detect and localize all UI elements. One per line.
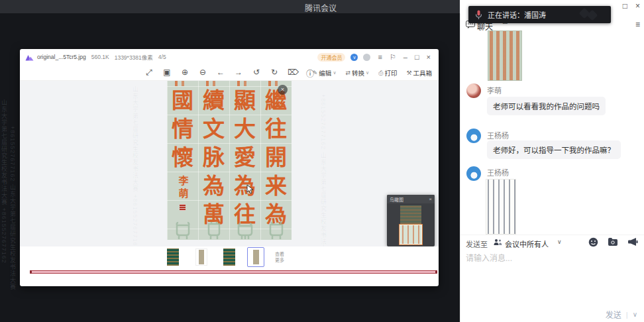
navigator-close-icon[interactable]: ×: [429, 196, 432, 202]
convert-menu[interactable]: ⇄ 转换 ∨: [346, 68, 370, 78]
bronze-vessel-icon: [235, 221, 255, 240]
vip-icon[interactable]: v: [350, 54, 358, 61]
file-size: 560.1K: [91, 54, 109, 60]
viewer-app-logo-icon: [25, 54, 34, 61]
send-divider: |: [626, 311, 628, 319]
filmstrip-thumbnail[interactable]: [167, 248, 179, 266]
calligraphy-char: 脉: [203, 143, 225, 172]
viewer-minimize-button[interactable]: –: [403, 53, 407, 61]
calligraphy-char: 為: [203, 172, 225, 200]
navigator-viewport[interactable]: [400, 225, 422, 244]
chat-menu-icon[interactable]: ≡: [635, 20, 640, 29]
calligraphy-char: 大: [234, 115, 256, 143]
send-options-icon[interactable]: ∨: [633, 311, 637, 318]
folder-icon[interactable]: [608, 237, 618, 246]
speaking-indicator-overlay: 正在讲话：潘国涛: [468, 6, 611, 23]
artist-seal: [180, 204, 186, 211]
avatar[interactable]: [466, 129, 481, 143]
chevron-down-icon[interactable]: ∨: [557, 239, 562, 245]
print-icon: ⎙: [378, 70, 383, 77]
app-title: 腾讯会议: [305, 2, 337, 13]
people-icon: [494, 239, 502, 246]
next-image-icon[interactable]: →: [234, 68, 243, 79]
maximize-button[interactable]: □: [623, 1, 627, 11]
send-to-bar: 发送至 会议中所有人 ∨: [460, 235, 644, 249]
file-name: original_...5Tcr5.jpg: [37, 54, 86, 60]
send-button[interactable]: 发送: [606, 309, 621, 320]
calligraphy-char: 國: [172, 86, 193, 115]
calligraphy-char: 懷: [172, 143, 193, 172]
calligraphy-columns: 國 情 懷 李萌 續 文 脉 為 萬: [167, 86, 292, 229]
rotate-right-icon[interactable]: ↻: [270, 68, 279, 79]
view-more-button[interactable]: 查看更多: [275, 251, 286, 263]
calligraphy-char: 往: [265, 115, 287, 143]
convert-label: 转换: [352, 68, 364, 78]
calligraphy-char: 續: [203, 86, 225, 115]
send-to-label: 发送至: [466, 239, 488, 249]
bronze-vessel-icon: [204, 221, 224, 240]
edit-icon: ✎: [313, 70, 318, 76]
chat-image-message-cropped[interactable]: [488, 30, 522, 81]
viewer-close-button[interactable]: ×: [427, 53, 431, 61]
bronze-vessel-icon: [266, 221, 286, 240]
filmstrip: 查看更多: [20, 246, 439, 268]
send-to-selector[interactable]: 会议中所有人: [505, 239, 549, 249]
sender-name: 王杨杨: [487, 167, 509, 178]
avatar[interactable]: [466, 166, 481, 181]
megaphone-icon[interactable]: [627, 237, 638, 246]
sender-name: 王杨杨: [487, 130, 509, 140]
microphone-icon: [475, 10, 482, 20]
navigator-title: 鸟瞰图: [390, 196, 403, 203]
mouse-cursor: [246, 184, 254, 195]
edit-menu[interactable]: ✎ 编辑 ∨: [313, 68, 337, 78]
print-menu[interactable]: ⎙ 打印: [378, 68, 397, 78]
zoom-out-icon[interactable]: ⊖: [198, 68, 207, 79]
fit-screen-icon[interactable]: ▣: [162, 68, 172, 79]
filmstrip-thumbnail[interactable]: [223, 248, 235, 266]
speaking-text: 正在讲话：潘国涛: [488, 9, 546, 20]
navigator-header[interactable]: 鸟瞰图 ×: [387, 195, 435, 203]
menu-icon[interactable]: ≡: [378, 53, 382, 61]
prev-image-icon[interactable]: ←: [216, 68, 225, 79]
message-input[interactable]: [464, 253, 637, 264]
chat-image-message[interactable]: [486, 179, 516, 235]
rotate-left-icon[interactable]: ↺: [252, 68, 261, 79]
convert-icon: ⇄: [346, 70, 351, 76]
calligraphy-column: 繼 往 開 来 為: [260, 86, 292, 229]
meeting-logo-icon: [580, 9, 599, 20]
delete-icon[interactable]: ⌦: [288, 68, 297, 79]
avatar[interactable]: [466, 83, 481, 98]
watermark-text: +8615527677162 山东大学第七届研究生校友书法大赛: [319, 94, 328, 240]
artist-signature: 李萌: [176, 176, 189, 201]
zoom-in-icon[interactable]: ⊕: [180, 68, 189, 79]
navigator-popup: 鸟瞰图 ×: [387, 195, 435, 246]
cropped-top-row: [167, 81, 292, 86]
calligraphy-char: 情: [172, 115, 193, 143]
filmstrip-thumbnail-selected[interactable]: [247, 247, 264, 267]
calligraphy-image[interactable]: 國 情 懷 李萌 續 文 脉 為 萬: [167, 81, 292, 240]
viewer-toolbar: ⤢ ▣ ⊕ ⊖ ← → ↺ ↻ ⌦ ⓘ ✎ 编辑 ∨: [20, 65, 439, 81]
screen-share-stage: 山东大学第七届研究生校友书法大赛 +8615527677162 +8615527…: [0, 13, 460, 322]
sender-name: 李萌: [487, 85, 502, 95]
bronze-vessel-icon: [173, 221, 193, 240]
pin-icon[interactable]: ⚐: [390, 53, 396, 62]
viewer-maximize-button[interactable]: □: [415, 53, 419, 61]
calligraphy-char: 文: [203, 115, 225, 143]
toolbox-menu[interactable]: ⚒ 工具箱: [406, 68, 432, 78]
tencent-meeting-window: 腾讯会议 □ × 山东大学第七届研究生校友书法大赛 +8615527677162…: [0, 0, 644, 322]
bronze-vessel-decorations: [167, 221, 292, 240]
chevron-down-icon: ∨: [366, 70, 369, 76]
member-badge[interactable]: 开通会员: [317, 53, 345, 62]
calligraphy-char: 愛: [234, 143, 256, 172]
image-close-icon[interactable]: ×: [278, 85, 288, 95]
fullscreen-icon[interactable]: ⤢: [144, 68, 154, 79]
filmstrip-thumbnail[interactable]: [195, 248, 207, 266]
file-dimensions: 1339*3381像素: [115, 53, 153, 61]
calligraphy-char: 顯: [234, 86, 256, 115]
red-annotation-line: [30, 270, 437, 274]
close-button[interactable]: ×: [635, 1, 640, 11]
image-viewer-window: original_...5Tcr5.jpg 560.1K 1339*3381像素…: [20, 49, 439, 286]
account-icon[interactable]: [363, 54, 370, 61]
send-controls: 发送 | ∨: [606, 309, 637, 320]
emoji-icon[interactable]: [588, 237, 598, 247]
